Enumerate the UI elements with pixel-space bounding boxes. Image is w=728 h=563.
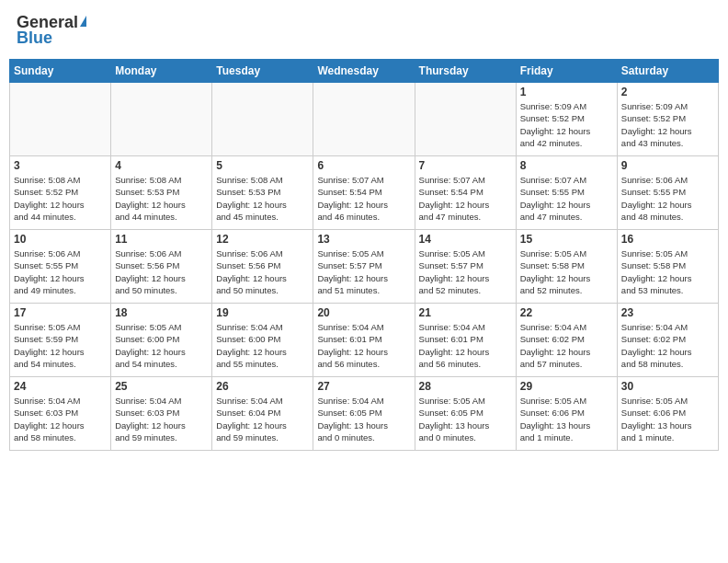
day-info: Sunrise: 5:08 AM Sunset: 5:53 PM Dayligh…: [216, 174, 309, 223]
day-number: 30: [621, 380, 714, 393]
day-number: 19: [216, 306, 309, 319]
calendar-cell: [111, 83, 212, 156]
day-info: Sunrise: 5:04 AM Sunset: 6:01 PM Dayligh…: [419, 321, 512, 370]
calendar-cell: 4Sunrise: 5:08 AM Sunset: 5:53 PM Daylig…: [111, 156, 212, 230]
calendar-table: SundayMondayTuesdayWednesdayThursdayFrid…: [9, 59, 719, 451]
day-info: Sunrise: 5:09 AM Sunset: 5:52 PM Dayligh…: [520, 100, 613, 149]
day-info: Sunrise: 5:04 AM Sunset: 6:03 PM Dayligh…: [115, 395, 208, 443]
logo-blue-text: Blue: [17, 29, 52, 48]
calendar-cell: 21Sunrise: 5:04 AM Sunset: 6:01 PM Dayli…: [415, 304, 516, 377]
calendar-cell: [212, 83, 313, 156]
col-header-friday: Friday: [516, 60, 617, 83]
day-number: 3: [14, 159, 107, 172]
calendar-cell: [313, 83, 415, 156]
logo-icon: [80, 16, 86, 27]
calendar-cell: 24Sunrise: 5:04 AM Sunset: 6:03 PM Dayli…: [10, 377, 111, 451]
calendar-week-1: 3Sunrise: 5:08 AM Sunset: 5:52 PM Daylig…: [10, 156, 719, 230]
page-header: General Blue: [9, 9, 719, 52]
calendar-cell: 22Sunrise: 5:04 AM Sunset: 6:02 PM Dayli…: [516, 304, 617, 377]
day-number: 9: [621, 159, 714, 172]
calendar-cell: 1Sunrise: 5:09 AM Sunset: 5:52 PM Daylig…: [516, 83, 617, 156]
calendar-cell: 16Sunrise: 5:05 AM Sunset: 5:58 PM Dayli…: [617, 230, 718, 304]
day-number: 22: [520, 306, 613, 319]
calendar-header-row: SundayMondayTuesdayWednesdayThursdayFrid…: [10, 60, 719, 83]
calendar-cell: 26Sunrise: 5:04 AM Sunset: 6:04 PM Dayli…: [212, 377, 313, 451]
calendar-cell: 14Sunrise: 5:05 AM Sunset: 5:57 PM Dayli…: [415, 230, 516, 304]
day-number: 13: [317, 233, 410, 246]
day-number: 15: [520, 233, 613, 246]
day-info: Sunrise: 5:07 AM Sunset: 5:55 PM Dayligh…: [520, 174, 613, 223]
day-info: Sunrise: 5:04 AM Sunset: 6:02 PM Dayligh…: [621, 321, 714, 370]
day-info: Sunrise: 5:06 AM Sunset: 5:55 PM Dayligh…: [621, 174, 714, 223]
day-info: Sunrise: 5:04 AM Sunset: 6:01 PM Dayligh…: [317, 321, 410, 370]
calendar-week-0: 1Sunrise: 5:09 AM Sunset: 5:52 PM Daylig…: [10, 83, 719, 156]
day-number: 28: [419, 380, 512, 393]
logo: General Blue: [17, 13, 86, 48]
day-info: Sunrise: 5:05 AM Sunset: 5:58 PM Dayligh…: [520, 247, 613, 296]
col-header-monday: Monday: [111, 60, 212, 83]
calendar-cell: 2Sunrise: 5:09 AM Sunset: 5:52 PM Daylig…: [617, 83, 718, 156]
day-number: 1: [520, 86, 613, 98]
calendar-cell: 6Sunrise: 5:07 AM Sunset: 5:54 PM Daylig…: [313, 156, 415, 230]
day-number: 17: [14, 306, 107, 319]
calendar-cell: 29Sunrise: 5:05 AM Sunset: 6:06 PM Dayli…: [516, 377, 617, 451]
col-header-wednesday: Wednesday: [313, 60, 415, 83]
calendar-cell: 9Sunrise: 5:06 AM Sunset: 5:55 PM Daylig…: [617, 156, 718, 230]
day-number: 5: [216, 159, 309, 172]
calendar-cell: 8Sunrise: 5:07 AM Sunset: 5:55 PM Daylig…: [516, 156, 617, 230]
day-info: Sunrise: 5:05 AM Sunset: 6:06 PM Dayligh…: [621, 395, 714, 443]
calendar-cell: 28Sunrise: 5:05 AM Sunset: 6:05 PM Dayli…: [415, 377, 516, 451]
day-number: 26: [216, 380, 309, 393]
calendar-cell: 10Sunrise: 5:06 AM Sunset: 5:55 PM Dayli…: [10, 230, 111, 304]
calendar-cell: 7Sunrise: 5:07 AM Sunset: 5:54 PM Daylig…: [415, 156, 516, 230]
calendar-cell: 30Sunrise: 5:05 AM Sunset: 6:06 PM Dayli…: [617, 377, 718, 451]
day-number: 7: [419, 159, 512, 172]
day-info: Sunrise: 5:05 AM Sunset: 5:57 PM Dayligh…: [317, 247, 410, 296]
day-info: Sunrise: 5:06 AM Sunset: 5:56 PM Dayligh…: [115, 247, 208, 296]
day-info: Sunrise: 5:06 AM Sunset: 5:55 PM Dayligh…: [14, 247, 107, 296]
calendar-cell: 12Sunrise: 5:06 AM Sunset: 5:56 PM Dayli…: [212, 230, 313, 304]
calendar-cell: [10, 83, 111, 156]
calendar-cell: 13Sunrise: 5:05 AM Sunset: 5:57 PM Dayli…: [313, 230, 415, 304]
day-number: 23: [621, 306, 714, 319]
day-number: 24: [14, 380, 107, 393]
day-info: Sunrise: 5:07 AM Sunset: 5:54 PM Dayligh…: [419, 174, 512, 223]
day-number: 21: [419, 306, 512, 319]
day-info: Sunrise: 5:04 AM Sunset: 6:00 PM Dayligh…: [216, 321, 309, 370]
col-header-sunday: Sunday: [10, 60, 111, 83]
day-number: 27: [317, 380, 410, 393]
calendar-cell: 20Sunrise: 5:04 AM Sunset: 6:01 PM Dayli…: [313, 304, 415, 377]
calendar-cell: 3Sunrise: 5:08 AM Sunset: 5:52 PM Daylig…: [10, 156, 111, 230]
day-number: 6: [317, 159, 410, 172]
day-info: Sunrise: 5:06 AM Sunset: 5:56 PM Dayligh…: [216, 247, 309, 296]
calendar-cell: 23Sunrise: 5:04 AM Sunset: 6:02 PM Dayli…: [617, 304, 718, 377]
calendar-cell: 27Sunrise: 5:04 AM Sunset: 6:05 PM Dayli…: [313, 377, 415, 451]
day-number: 18: [115, 306, 208, 319]
calendar-week-2: 10Sunrise: 5:06 AM Sunset: 5:55 PM Dayli…: [10, 230, 719, 304]
day-number: 2: [621, 86, 714, 98]
day-info: Sunrise: 5:05 AM Sunset: 6:06 PM Dayligh…: [520, 395, 613, 443]
day-info: Sunrise: 5:08 AM Sunset: 5:53 PM Dayligh…: [115, 174, 208, 223]
day-number: 11: [115, 233, 208, 246]
day-number: 12: [216, 233, 309, 246]
calendar-cell: 19Sunrise: 5:04 AM Sunset: 6:00 PM Dayli…: [212, 304, 313, 377]
day-number: 16: [621, 233, 714, 246]
day-number: 8: [520, 159, 613, 172]
day-info: Sunrise: 5:05 AM Sunset: 6:00 PM Dayligh…: [115, 321, 208, 370]
calendar-cell: [415, 83, 516, 156]
day-number: 29: [520, 380, 613, 393]
day-info: Sunrise: 5:05 AM Sunset: 5:58 PM Dayligh…: [621, 247, 714, 296]
day-info: Sunrise: 5:09 AM Sunset: 5:52 PM Dayligh…: [621, 100, 714, 149]
day-number: 10: [14, 233, 107, 246]
day-number: 25: [115, 380, 208, 393]
day-number: 14: [419, 233, 512, 246]
calendar-cell: 18Sunrise: 5:05 AM Sunset: 6:00 PM Dayli…: [111, 304, 212, 377]
day-number: 20: [317, 306, 410, 319]
col-header-tuesday: Tuesday: [212, 60, 313, 83]
day-info: Sunrise: 5:07 AM Sunset: 5:54 PM Dayligh…: [317, 174, 410, 223]
calendar-cell: 15Sunrise: 5:05 AM Sunset: 5:58 PM Dayli…: [516, 230, 617, 304]
day-info: Sunrise: 5:05 AM Sunset: 5:57 PM Dayligh…: [419, 247, 512, 296]
day-info: Sunrise: 5:04 AM Sunset: 6:04 PM Dayligh…: [216, 395, 309, 443]
day-info: Sunrise: 5:08 AM Sunset: 5:52 PM Dayligh…: [14, 174, 107, 223]
day-info: Sunrise: 5:05 AM Sunset: 6:05 PM Dayligh…: [419, 395, 512, 443]
